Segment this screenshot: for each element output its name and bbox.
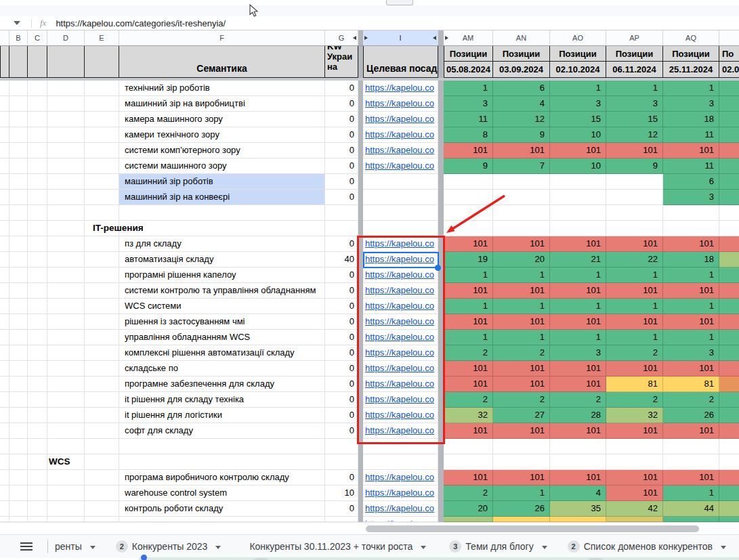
grid-cell[interactable] [0, 283, 9, 299]
position-cell-partial[interactable] [719, 252, 739, 267]
grid-cell[interactable] [0, 236, 9, 252]
position-cell[interactable]: 1 [444, 267, 493, 283]
grid-cell[interactable] [47, 330, 85, 345]
grid-cell[interactable] [9, 376, 28, 392]
position-cell[interactable] [550, 221, 606, 236]
position-cell[interactable]: 101 [663, 143, 719, 158]
position-cell[interactable]: 15 [606, 112, 663, 127]
grid-cell[interactable] [47, 81, 85, 96]
keyword-cell[interactable]: комплексні рішення автоматизації складу [119, 345, 325, 361]
grid-cell[interactable] [9, 96, 28, 112]
grid-cell[interactable] [0, 408, 9, 423]
target-url-cell[interactable] [363, 454, 438, 470]
position-cell[interactable]: 1 [606, 299, 663, 314]
grid-cell[interactable] [85, 470, 119, 486]
position-cell[interactable]: 1 [663, 267, 719, 283]
grid-cell[interactable] [85, 423, 119, 439]
grid-cell[interactable] [9, 454, 28, 470]
position-cell[interactable]: 101 [444, 143, 493, 158]
keyword-cell[interactable]: системи контролю та управління обладнанн… [119, 283, 325, 299]
grid-cell[interactable] [85, 96, 119, 112]
grid-cell[interactable] [47, 486, 85, 501]
target-url-cell[interactable]: https://kapelou.co [363, 486, 438, 501]
position-cell[interactable]: 1 [663, 299, 719, 314]
positions-header-cell[interactable]: Позиции 25.11.2024 [663, 46, 719, 78]
target-url-link[interactable]: https://kapelou.co [365, 96, 438, 111]
header-cell[interactable] [28, 46, 47, 78]
position-cell[interactable]: 32 [444, 408, 493, 423]
grid-cell[interactable] [47, 190, 85, 205]
position-cell[interactable]: 101 [606, 283, 663, 299]
grid-cell[interactable] [47, 314, 85, 330]
position-cell[interactable]: 9 [444, 158, 493, 174]
position-cell[interactable]: 1 [444, 299, 493, 314]
position-cell-partial[interactable] [719, 330, 739, 345]
target-url-cell[interactable]: https://kapelou.co [363, 314, 438, 330]
semantics-header-cell[interactable]: Семантика [119, 46, 325, 78]
grid-cell[interactable] [9, 330, 28, 345]
kw-volume-cell[interactable]: 0 [325, 112, 358, 127]
column-header-d[interactable]: D [47, 30, 85, 45]
target-url-cell[interactable]: https://kapelou.co [363, 299, 438, 314]
grid-cell[interactable] [0, 158, 9, 174]
positions-header-cell[interactable]: Позиции 05.08.2024 [444, 46, 493, 78]
position-cell[interactable]: 3 [663, 96, 719, 112]
target-url-cell[interactable]: https://kapelou.co [363, 470, 438, 486]
kw-volume-cell[interactable] [325, 439, 358, 454]
position-cell[interactable]: 6 [663, 174, 719, 190]
kw-volume-cell[interactable]: 0 [325, 143, 358, 158]
tab-dropdown-icon[interactable] [721, 546, 726, 549]
grid-cell[interactable] [9, 174, 28, 190]
column-header-am[interactable]: AM [444, 30, 493, 45]
grid-cell[interactable] [9, 517, 28, 522]
grid-cell[interactable] [9, 190, 28, 205]
position-cell[interactable] [444, 454, 493, 470]
position-cell[interactable] [444, 205, 493, 221]
keyword-cell[interactable] [119, 454, 325, 470]
position-cell-partial[interactable] [719, 376, 739, 392]
target-url-link[interactable]: https://kapelou.co [365, 345, 438, 360]
grid-cell[interactable] [28, 299, 47, 314]
column-header-an[interactable]: AN [493, 30, 550, 45]
target-url-cell[interactable]: https://kapelou.co [363, 501, 438, 517]
kw-volume-cell[interactable]: 0 [325, 190, 358, 205]
grid-cell[interactable] [85, 143, 119, 158]
position-cell[interactable]: 101 [606, 314, 663, 330]
grid-cell[interactable] [28, 501, 47, 517]
position-cell[interactable] [606, 221, 663, 236]
tab-dropdown-icon[interactable] [90, 546, 96, 549]
position-cell[interactable] [493, 454, 550, 470]
position-cell[interactable]: 1 [493, 267, 550, 283]
position-cell[interactable]: 101 [663, 283, 719, 299]
position-cell[interactable] [493, 190, 550, 205]
positions-header-cell-partial[interactable]: По 02.0 [719, 46, 739, 78]
grid-cell[interactable] [47, 345, 85, 361]
grid-cell[interactable] [9, 236, 28, 252]
position-cell[interactable] [663, 205, 719, 221]
grid-cell[interactable] [47, 158, 85, 174]
kw-volume-cell[interactable]: 0 [325, 314, 358, 330]
position-cell-partial[interactable] [719, 81, 739, 96]
position-cell[interactable]: 1 [493, 330, 550, 345]
kw-volume-cell[interactable]: 0 [325, 470, 358, 486]
grid-cell[interactable] [0, 376, 9, 392]
target-url-cell[interactable]: https://kapelou.co [363, 236, 438, 252]
kw-volume-cell[interactable]: 0 [325, 127, 358, 143]
target-url-link[interactable]: https://kapelou.co [365, 376, 438, 391]
grid-cell[interactable] [9, 267, 28, 283]
positions-header-cell[interactable]: Позиции 06.11.2024 [606, 46, 663, 78]
position-cell[interactable]: 3 [663, 190, 719, 205]
target-url-link[interactable]: https://kapelou.co [365, 470, 438, 485]
position-cell[interactable] [444, 190, 493, 205]
selection-handle[interactable] [435, 265, 441, 271]
grid-cell[interactable] [28, 423, 47, 439]
position-cell[interactable]: 2 [606, 345, 663, 361]
target-url-cell[interactable]: https://kapelou.co [363, 361, 438, 376]
grid-cell[interactable] [47, 501, 85, 517]
sheet-tab-konkurenty-30-11[interactable]: Конкуренты 30.11.2023 + точки роста [245, 541, 429, 552]
position-cell[interactable] [493, 205, 550, 221]
grid-cell[interactable] [85, 299, 119, 314]
position-cell[interactable]: 20 [493, 252, 550, 267]
expand-group-icon[interactable] [445, 36, 448, 40]
grid-cell[interactable] [47, 361, 85, 376]
